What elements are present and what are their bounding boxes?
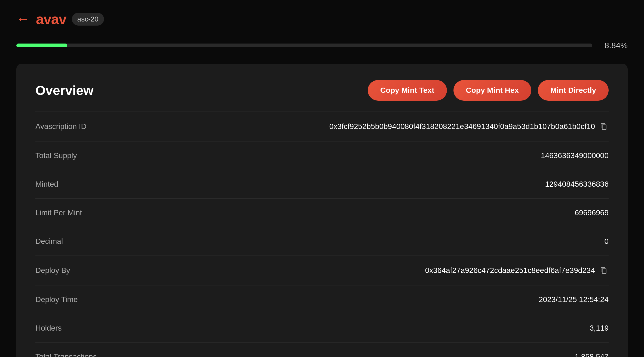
avascription-id-row: Avascription ID 0x3fcf9252b5b0b940080f4f… — [35, 112, 609, 141]
deploy-by-label: Deploy By — [35, 266, 70, 275]
overview-title: Overview — [35, 83, 93, 98]
limit-per-mint-value: 69696969 — [575, 208, 609, 217]
holders-label: Holders — [35, 324, 62, 333]
deploy-time-value: 2023/11/25 12:54:24 — [539, 295, 609, 304]
copy-mint-text-button[interactable]: Copy Mint Text — [368, 80, 447, 101]
minted-value: 129408456336836 — [545, 180, 609, 189]
copy-mint-hex-button[interactable]: Copy Mint Hex — [453, 80, 531, 101]
avascription-id-copy-icon[interactable] — [599, 122, 609, 131]
holders-row: Holders 3,119 — [35, 314, 609, 343]
app-title: avav — [36, 11, 66, 27]
avascription-id-label: Avascription ID — [35, 122, 87, 131]
deploy-by-value: 0x364af27a926c472cdaae251c8eedf6af7e39d2… — [425, 266, 609, 275]
decimal-value: 0 — [604, 237, 609, 246]
limit-per-mint-row: Limit Per Mint 69696969 — [35, 199, 609, 227]
mint-directly-button[interactable]: Mint Directly — [538, 80, 609, 101]
avascription-id-value: 0x3fcf9252b5b0b940080f4f318208221e346913… — [329, 122, 609, 131]
badge: asc-20 — [72, 13, 104, 26]
back-arrow-icon[interactable]: ← — [16, 13, 29, 26]
overview-card: Overview Copy Mint Text Copy Mint Hex Mi… — [16, 64, 628, 357]
button-group: Copy Mint Text Copy Mint Hex Mint Direct… — [368, 80, 609, 101]
card-header: Overview Copy Mint Text Copy Mint Hex Mi… — [35, 80, 609, 101]
limit-per-mint-label: Limit Per Mint — [35, 208, 82, 217]
minted-label: Minted — [35, 180, 58, 189]
progress-bar-fill — [16, 44, 67, 47]
total-transactions-value: 1,858,547 — [575, 352, 609, 357]
header: ← avav asc-20 — [16, 11, 628, 27]
deploy-time-label: Deploy Time — [35, 295, 78, 304]
avascription-id-link[interactable]: 0x3fcf9252b5b0b940080f4f318208221e346913… — [329, 122, 595, 131]
deploy-by-copy-icon[interactable] — [599, 266, 609, 275]
deploy-by-row: Deploy By 0x364af27a926c472cdaae251c8eed… — [35, 256, 609, 285]
minted-row: Minted 129408456336836 — [35, 170, 609, 199]
progress-bar-container — [16, 44, 592, 47]
progress-section: 8.84% — [16, 41, 628, 50]
total-transactions-label: Total Transactions — [35, 352, 97, 357]
page-container: ← avav asc-20 8.84% Overview Copy Mint T… — [0, 0, 644, 357]
deploy-time-row: Deploy Time 2023/11/25 12:54:24 — [35, 285, 609, 314]
progress-percent: 8.84% — [600, 41, 628, 50]
decimal-label: Decimal — [35, 237, 63, 246]
total-transactions-row: Total Transactions 1,858,547 — [35, 343, 609, 357]
decimal-row: Decimal 0 — [35, 227, 609, 256]
total-supply-label: Total Supply — [35, 151, 77, 160]
deploy-by-link[interactable]: 0x364af27a926c472cdaae251c8eedf6af7e39d2… — [425, 266, 595, 275]
holders-value: 3,119 — [590, 324, 609, 333]
total-supply-value: 1463636349000000 — [541, 151, 609, 160]
total-supply-row: Total Supply 1463636349000000 — [35, 141, 609, 170]
